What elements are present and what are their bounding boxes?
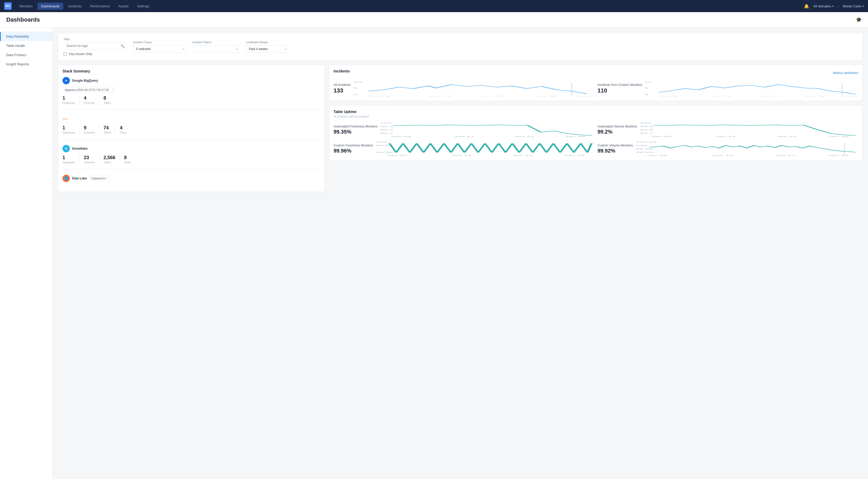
svg-text:99.7: 99.7 bbox=[380, 133, 393, 134]
svg-text:99.8: 99.8 bbox=[380, 129, 393, 131]
bigquery-logo-icon bbox=[62, 77, 70, 84]
tags-search-input[interactable] bbox=[64, 42, 127, 49]
all-incidents-label: All Incidents bbox=[334, 83, 351, 87]
svg-text:100: 100 bbox=[376, 141, 387, 143]
all-incidents-value: 133 bbox=[334, 87, 351, 94]
svg-text:Jan 13: Jan 13 bbox=[711, 96, 732, 96]
uptime-custom-fresh: Custom Freshness Monitors 99.96% 100 99.… bbox=[334, 141, 594, 157]
svg-text:MySQL: MySQL bbox=[62, 118, 68, 119]
svg-text:Jan 13: Jan 13 bbox=[712, 155, 733, 157]
svg-text:Jan 21: Jan 21 bbox=[775, 155, 796, 157]
svg-text:100: 100 bbox=[380, 122, 391, 124]
svg-text:Jan 21: Jan 21 bbox=[481, 96, 504, 96]
nav-monitors[interactable]: Monitors bbox=[16, 3, 36, 10]
auto-fresh-chart: 100 99.9 99.8 99.7 Jan 05 Jan 13 Jan 21 … bbox=[380, 122, 594, 138]
lookback-label: Lookback Range bbox=[246, 41, 288, 44]
incident-types-filter-group: Incident Types 5 selected ▾ bbox=[133, 41, 186, 53]
svg-text:100.02: 100.02 bbox=[636, 141, 657, 143]
incident-status-label: Incident Status bbox=[192, 41, 240, 44]
custom-fresh-label: Custom Freshness Monitors bbox=[334, 144, 373, 147]
svg-text:Jan 29: Jan 29 bbox=[564, 155, 585, 156]
svg-text:Jan 29: Jan 29 bbox=[828, 136, 849, 137]
mysql-schemas: 9 Schemas bbox=[84, 125, 99, 134]
custom-monitors-label: Incidents from Custom Monitors bbox=[597, 83, 642, 87]
databricks-badge[interactable]: Databricks ▾ bbox=[89, 176, 110, 181]
uptime-auto-fresh: Automated Freshness Monitors 99.35% 100 … bbox=[334, 122, 594, 138]
domain-label: All domains bbox=[813, 4, 831, 8]
mysql-tables: 74 Tables bbox=[104, 125, 116, 134]
nav-incidents[interactable]: Incidents bbox=[64, 3, 86, 10]
auto-vol-value: 99.2% bbox=[597, 129, 637, 135]
datalake-logo-icon: 🪣 bbox=[62, 175, 70, 182]
svg-text:Jan 05: Jan 05 bbox=[386, 155, 407, 156]
bigquery-schemas: 4 Schemas bbox=[84, 95, 99, 104]
bigquery-stats: 1 Databases 4 Schemas 8 Tables bbox=[62, 95, 320, 104]
sidebar-item-insight-reports[interactable]: Insight Reports bbox=[0, 60, 53, 69]
svg-text:Jan 05: Jan 05 bbox=[647, 155, 668, 157]
nav-settings[interactable]: Settings bbox=[133, 3, 153, 10]
incident-item-custom: Incidents from Custom Monitors 110 10 5 … bbox=[597, 81, 858, 96]
incident-status-select[interactable] bbox=[192, 45, 240, 53]
svg-text:5: 5 bbox=[645, 87, 648, 89]
svg-text:Jan 25: Jan 25 bbox=[534, 96, 557, 96]
svg-text:Jan 05: Jan 05 bbox=[651, 136, 671, 137]
dashboard-grid: Stack Summary Google BigQuery bigquery-2… bbox=[58, 65, 863, 192]
metrics-definitions-link[interactable]: Metrics definitions bbox=[833, 71, 858, 75]
domain-selector[interactable]: All domains ▾ bbox=[813, 4, 833, 8]
svg-text:Jan 29: Jan 29 bbox=[565, 136, 585, 137]
lookback-select[interactable]: Past 4 weeks bbox=[246, 45, 288, 53]
stack-entry-datalake: 🪣 Data Lake Databricks ▾ bbox=[62, 175, 320, 182]
incident-types-select[interactable]: 5 selected bbox=[133, 45, 186, 53]
mysql-logo-icon: MySQL bbox=[62, 115, 70, 123]
mysql-stats: 1 Databases 9 Schemas 74 Tables 4 bbox=[62, 125, 320, 134]
content-area: Tags 🔍 Key Assets Only Incident Types 5 … bbox=[53, 28, 868, 479]
svg-text:Jan 05: Jan 05 bbox=[391, 136, 411, 137]
table-uptime-title: Table Uptime bbox=[334, 110, 858, 114]
svg-text:100: 100 bbox=[640, 122, 651, 124]
key-assets-checkbox[interactable] bbox=[64, 53, 67, 56]
stack-entry-snowflake: ❄ Snowflake 1 Databases 23 Schemas bbox=[62, 145, 320, 169]
sidebar-item-data-reliability[interactable]: Data Reliability bbox=[0, 32, 53, 41]
snowflake-tables: 2,566 Tables bbox=[104, 155, 120, 164]
svg-text:Jan 21: Jan 21 bbox=[512, 155, 533, 156]
table-uptime-subtitle: % of tables with no incident bbox=[334, 115, 858, 118]
nav-performance[interactable]: Performance bbox=[87, 3, 113, 10]
custom-vol-chart: 100.02 100 99.96 99.93 Jan 05 Jan 13 Jan… bbox=[636, 141, 858, 157]
incidents-grid: All Incidents 133 10 5 0 Ja bbox=[334, 81, 858, 96]
nav-dashboards[interactable]: Dashboards bbox=[37, 3, 63, 10]
grad-icon: 🎓 bbox=[856, 17, 862, 23]
svg-text:Jan 13: Jan 13 bbox=[454, 136, 474, 137]
user-menu[interactable]: Monte Carlo ▾ bbox=[843, 4, 864, 8]
lookback-filter-group: Lookback Range Past 4 weeks ▾ bbox=[246, 41, 288, 53]
sidebar-item-table-health[interactable]: Table Health bbox=[0, 41, 53, 50]
svg-point-1 bbox=[66, 80, 67, 81]
bigquery-name: Google BigQuery bbox=[72, 79, 98, 82]
svg-text:Jan 13: Jan 13 bbox=[715, 136, 735, 137]
sidebar: Data Reliability Table Health Data Produ… bbox=[0, 28, 53, 479]
stack-summary-title: Stack Summary bbox=[62, 69, 320, 73]
user-chevron-icon: ▾ bbox=[863, 5, 864, 8]
incident-item-all: All Incidents 133 10 5 0 Ja bbox=[334, 81, 594, 96]
nav-assets[interactable]: Assets bbox=[115, 3, 132, 10]
snowflake-views: 8 Views bbox=[124, 155, 135, 164]
svg-text:Jan 21: Jan 21 bbox=[776, 136, 797, 137]
domain-chevron-icon: ▾ bbox=[832, 5, 833, 8]
incidents-card: Incidents Metrics definitions All Incide… bbox=[329, 65, 863, 101]
svg-text:Jan 13: Jan 13 bbox=[429, 96, 451, 96]
svg-text:Jan 25: Jan 25 bbox=[805, 96, 825, 96]
custom-vol-label: Custom Volume Monitors bbox=[597, 144, 633, 147]
sidebar-item-data-product[interactable]: Data Product bbox=[0, 50, 53, 60]
stack-summary-card: Stack Summary Google BigQuery bigquery-2… bbox=[58, 65, 325, 192]
notification-bell-icon[interactable]: 🔔 bbox=[804, 4, 809, 9]
bigquery-version-select[interactable]: bigquery-2023-04-21T17:25:17.565Z bbox=[62, 87, 115, 93]
svg-text:100: 100 bbox=[636, 145, 647, 146]
mysql-databases: 1 Databases bbox=[62, 125, 80, 134]
auto-fresh-label: Automated Freshness Monitors bbox=[334, 125, 378, 128]
svg-text:Jan 21: Jan 21 bbox=[514, 136, 534, 137]
databricks-chevron-icon: ▾ bbox=[106, 177, 107, 180]
tags-label: Tags bbox=[64, 37, 127, 41]
svg-text:5: 5 bbox=[353, 87, 358, 89]
uptime-custom-vol: Custom Volume Monitors 99.92% 100.02 100… bbox=[597, 141, 858, 157]
snowflake-databases: 1 Databases bbox=[62, 155, 80, 164]
all-incidents-chart: 10 5 0 Jan 05 Jan 13 Jan 21 Jan 25 F bbox=[353, 81, 594, 96]
